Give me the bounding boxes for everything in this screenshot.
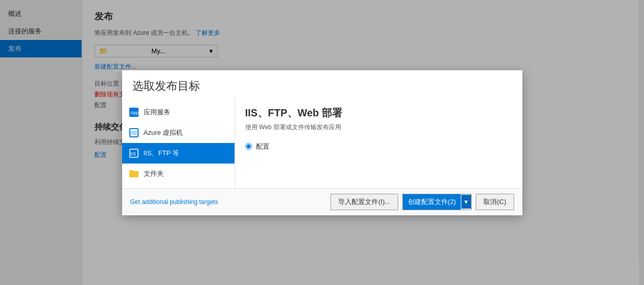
import-config-button[interactable]: 导入配置文件(I)... <box>330 194 398 210</box>
svg-rect-3 <box>131 131 137 135</box>
dialog-title: 选取发布目标 <box>132 78 512 94</box>
dialog-right-panel: IIS、FTP、Web 部署 使用 Web 部署或文件传输发布应用 配置 <box>235 98 522 188</box>
menu-item-folder[interactable]: 文件夹 <box>122 164 235 184</box>
svg-text:App: App <box>130 110 139 115</box>
folder-menu-icon <box>128 168 140 179</box>
dialog-overlay: 选取发布目标 App 应用服务 Azure 虚拟机 <box>0 0 644 285</box>
cancel-button[interactable]: 取消(C) <box>476 194 514 210</box>
radio-config[interactable] <box>245 143 252 150</box>
create-config-arrow[interactable]: ▾ <box>461 195 471 209</box>
iis-icon: IIS <box>128 148 140 159</box>
radio-config-row: 配置 <box>245 142 512 151</box>
menu-item-azure-vm[interactable]: Azure 虚拟机 <box>122 123 235 143</box>
create-config-split-button[interactable]: 创建配置文件(2) ▾ <box>402 194 472 210</box>
right-panel-subtitle: 使用 Web 部署或文件传输发布应用 <box>245 123 512 132</box>
dialog-body: App 应用服务 Azure 虚拟机 IIS IIS、FTP 等 <box>122 98 522 188</box>
dialog-footer: Get additional publishing targets 导入配置文件… <box>122 188 522 215</box>
menu-item-app-service[interactable]: App 应用服务 <box>122 102 235 123</box>
create-config-main[interactable]: 创建配置文件(2) <box>403 194 461 210</box>
get-publishing-targets-link[interactable]: Get additional publishing targets <box>130 198 218 206</box>
svg-text:IIS: IIS <box>130 151 136 156</box>
radio-config-label: 配置 <box>256 142 269 151</box>
publish-target-dialog: 选取发布目标 App 应用服务 Azure 虚拟机 <box>122 70 522 215</box>
vm-icon <box>128 127 140 138</box>
footer-buttons: 导入配置文件(I)... 创建配置文件(2) ▾ 取消(C) <box>330 194 514 210</box>
dialog-left-panel: App 应用服务 Azure 虚拟机 IIS IIS、FTP 等 <box>122 98 235 188</box>
right-panel-title: IIS、FTP、Web 部署 <box>245 106 512 120</box>
dialog-title-bar: 选取发布目标 <box>122 70 522 98</box>
menu-item-iis-ftp[interactable]: IIS IIS、FTP 等 <box>122 143 235 164</box>
app-service-icon: App <box>128 107 140 118</box>
